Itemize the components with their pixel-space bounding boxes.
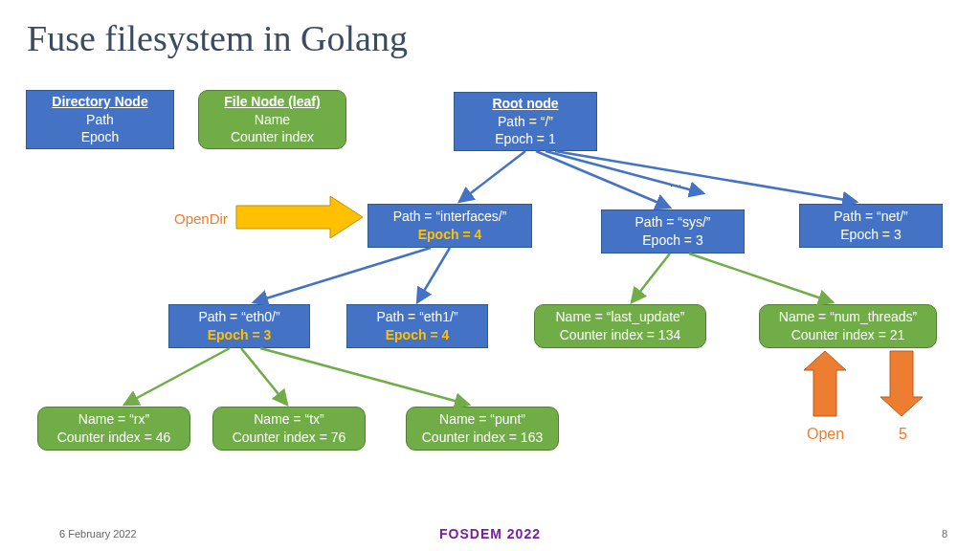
node-tx-l2: Counter index = 76: [233, 429, 346, 447]
node-tx-l1: Name = “tx”: [254, 410, 324, 429]
node-net-l1: Path = “net/”: [834, 208, 907, 226]
svg-line-9: [689, 253, 833, 302]
svg-line-5: [555, 151, 857, 202]
node-last-update-l1: Name = “last_update”: [555, 308, 684, 326]
legend-file-node: File Node (leaf) Name Counter index: [198, 90, 346, 149]
root-node: Root node Path = “/” Epoch = 1: [454, 92, 597, 151]
node-num-threads: Name = “num_threads” Counter index = 21: [759, 304, 937, 348]
footer-conf: FOSDEM 2022: [439, 526, 541, 541]
node-eth0: Path = “eth0/” Epoch = 3: [168, 304, 310, 348]
node-eth0-l1: Path = “eth0/”: [198, 308, 279, 326]
legend-dir-header: Directory Node: [52, 93, 147, 111]
legend-file-line2: Counter index: [231, 128, 314, 146]
node-num-threads-l2: Counter index = 21: [791, 326, 905, 344]
opendir-label: OpenDir: [174, 210, 228, 227]
svg-marker-15: [880, 351, 923, 416]
node-eth1-l1: Path = “eth1/”: [376, 308, 457, 326]
node-sys: Path = “sys/” Epoch = 3: [601, 209, 745, 253]
node-rx: Name = “rx” Counter index = 46: [37, 407, 190, 451]
node-interfaces-l2: Epoch = 4: [418, 226, 482, 244]
footer-date: 6 February 2022: [59, 528, 137, 540]
svg-marker-13: [236, 196, 363, 238]
legend-file-header: File Node (leaf): [224, 93, 320, 111]
svg-line-7: [417, 248, 450, 302]
svg-line-6: [254, 248, 431, 302]
node-rx-l2: Counter index = 46: [57, 429, 171, 447]
node-last-update-l2: Counter index = 134: [560, 326, 680, 344]
five-label: 5: [899, 426, 907, 443]
ellipsis: …: [669, 174, 682, 189]
node-punt-l1: Name = “punt”: [439, 410, 525, 429]
node-interfaces: Path = “interfaces/” Epoch = 4: [368, 204, 532, 248]
node-num-threads-l1: Name = “num_threads”: [779, 308, 917, 326]
node-eth1-l2: Epoch = 4: [386, 326, 450, 344]
svg-line-3: [536, 151, 670, 208]
svg-line-8: [632, 253, 670, 302]
node-eth0-l2: Epoch = 3: [208, 326, 272, 344]
svg-marker-14: [804, 351, 846, 416]
node-net-l2: Epoch = 3: [840, 226, 901, 244]
arrows-overlay: [0, 0, 980, 551]
root-header: Root node: [492, 95, 558, 113]
footer-page: 8: [942, 528, 947, 540]
legend-dir-line1: Path: [86, 111, 114, 129]
node-last-update: Name = “last_update” Counter index = 134: [534, 304, 706, 348]
svg-line-11: [241, 348, 287, 405]
legend-dir-node: Directory Node Path Epoch: [26, 90, 174, 149]
node-sys-l2: Epoch = 3: [642, 231, 702, 250]
node-tx: Name = “tx” Counter index = 76: [212, 407, 366, 451]
legend-file-line1: Name: [255, 111, 290, 129]
legend-dir-line2: Epoch: [81, 128, 120, 146]
node-punt-l2: Counter index = 163: [422, 429, 543, 447]
node-punt: Name = “punt” Counter index = 163: [406, 407, 559, 451]
open-label: Open: [807, 426, 844, 443]
node-rx-l1: Name = “rx”: [78, 410, 149, 429]
node-eth1: Path = “eth1/” Epoch = 4: [346, 304, 488, 348]
root-line2: Epoch = 1: [495, 130, 555, 148]
slide-title: Fuse filesystem in Golang: [27, 17, 408, 59]
svg-line-2: [459, 151, 525, 202]
svg-line-12: [260, 348, 469, 405]
node-net: Path = “net/” Epoch = 3: [799, 204, 943, 248]
svg-line-10: [124, 348, 230, 405]
node-interfaces-l1: Path = “interfaces/”: [393, 208, 507, 226]
root-line1: Path = “/”: [498, 113, 553, 131]
node-sys-l1: Path = “sys/”: [635, 213, 711, 231]
